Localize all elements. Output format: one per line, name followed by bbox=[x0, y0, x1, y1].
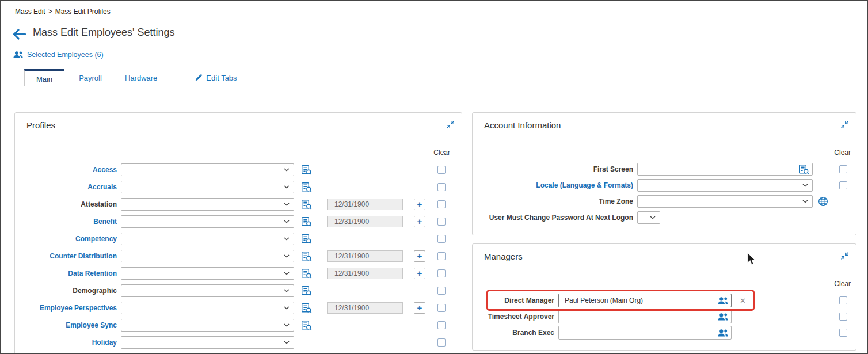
account-rows: First ScreenLocale (Language & Formats)T… bbox=[473, 161, 856, 226]
profile-label-holiday[interactable]: Holiday bbox=[15, 338, 117, 347]
people-lookup-icon[interactable] bbox=[717, 313, 729, 321]
data-retention-clear-checkbox[interactable] bbox=[437, 269, 446, 277]
people-lookup-icon[interactable] bbox=[717, 296, 729, 305]
holiday-clear-checkbox[interactable] bbox=[437, 338, 446, 347]
profile-label-data-retention[interactable]: Data Retention bbox=[15, 269, 117, 277]
edit-tabs-button[interactable]: Edit Tabs bbox=[195, 69, 237, 86]
demographic-clear-checkbox[interactable] bbox=[437, 287, 446, 295]
demographic-lookup-icon[interactable] bbox=[301, 286, 313, 296]
demographic-profile-dropdown[interactable] bbox=[121, 284, 294, 297]
profile-label-competency[interactable]: Competency bbox=[15, 235, 117, 243]
direct-manager-value: Paul Peterson (Main Org) bbox=[559, 294, 731, 307]
profile-label-employee-perspectives[interactable]: Employee Perspectives bbox=[15, 304, 117, 312]
breadcrumb-item-parent[interactable]: Mass Edit bbox=[15, 7, 45, 16]
employee-perspectives-profile-dropdown[interactable] bbox=[121, 302, 294, 314]
benefit-lookup-icon[interactable] bbox=[301, 216, 313, 227]
tabs: MainPayrollHardware bbox=[24, 69, 172, 86]
account-label-user-must-change-password-at-next-logon: User Must Change Password At Next Logon bbox=[473, 214, 633, 222]
accruals-profile-dropdown[interactable] bbox=[121, 181, 294, 193]
people-lookup-icon[interactable] bbox=[717, 329, 729, 337]
collapse-panel-icon[interactable] bbox=[841, 120, 848, 128]
locale-language-formats-clear-checkbox[interactable] bbox=[839, 181, 847, 189]
first-screen-clear-checkbox[interactable] bbox=[839, 165, 847, 173]
selected-employees-link[interactable]: Selected Employees (6) bbox=[13, 51, 104, 59]
tab-main[interactable]: Main bbox=[24, 69, 64, 86]
benefit-date-field[interactable]: 12/31/1900 bbox=[327, 216, 403, 227]
chevron-down-icon bbox=[650, 216, 656, 219]
data-retention-profile-dropdown[interactable] bbox=[121, 267, 294, 280]
collapse-panel-icon[interactable] bbox=[447, 120, 454, 128]
timesheet-approver-clear-checkbox[interactable] bbox=[839, 313, 847, 321]
accruals-lookup-icon[interactable] bbox=[301, 182, 313, 193]
chevron-down-icon bbox=[284, 341, 290, 344]
first-screen-lookup-icon[interactable] bbox=[798, 164, 809, 175]
employee-perspectives-lookup-icon[interactable] bbox=[301, 303, 313, 314]
data-retention-add-date-button[interactable]: + bbox=[414, 268, 425, 279]
account-row-user-must-change-password-at-next-logon: User Must Change Password At Next Logon bbox=[473, 210, 856, 226]
attestation-lookup-icon[interactable] bbox=[301, 199, 313, 210]
benefit-profile-dropdown[interactable] bbox=[121, 215, 294, 228]
chevron-down-icon bbox=[284, 203, 290, 206]
employee-sync-profile-dropdown[interactable] bbox=[121, 319, 294, 332]
benefit-add-date-button[interactable]: + bbox=[414, 216, 425, 227]
attestation-add-date-button[interactable]: + bbox=[414, 199, 425, 210]
counter-distribution-profile-dropdown[interactable] bbox=[121, 250, 294, 262]
data-retention-lookup-icon[interactable] bbox=[301, 268, 313, 279]
chevron-down-icon bbox=[284, 272, 290, 275]
direct-manager-input[interactable]: Paul Peterson (Main Org) bbox=[558, 294, 732, 307]
branch-exec-input[interactable] bbox=[558, 326, 732, 340]
attestation-profile-dropdown[interactable] bbox=[121, 198, 294, 211]
accruals-clear-checkbox[interactable] bbox=[437, 183, 446, 191]
manager-label-direct-manager: Direct Manager bbox=[473, 296, 554, 304]
attestation-date-field[interactable]: 12/31/1900 bbox=[327, 199, 403, 210]
locale-language-formats-dropdown[interactable] bbox=[637, 179, 813, 192]
time-zone-dropdown[interactable] bbox=[637, 195, 813, 208]
counter-distribution-clear-checkbox[interactable] bbox=[437, 252, 446, 260]
employee-sync-lookup-icon[interactable] bbox=[301, 320, 313, 331]
account-row-first-screen: First Screen bbox=[473, 161, 856, 177]
profile-label-employee-sync[interactable]: Employee Sync bbox=[15, 321, 117, 329]
account-label-time-zone: Time Zone bbox=[473, 197, 633, 205]
tab-hardware[interactable]: Hardware bbox=[116, 69, 166, 86]
back-button[interactable] bbox=[12, 28, 27, 41]
benefit-clear-checkbox[interactable] bbox=[437, 218, 446, 226]
competency-clear-checkbox[interactable] bbox=[437, 235, 446, 243]
direct-manager-clear-checkbox[interactable] bbox=[839, 296, 847, 304]
counter-distribution-lookup-icon[interactable] bbox=[301, 251, 313, 262]
chevron-down-icon bbox=[284, 289, 290, 292]
account-label-locale-language-formats[interactable]: Locale (Language & Formats) bbox=[473, 181, 633, 189]
counter-distribution-add-date-button[interactable]: + bbox=[414, 250, 425, 262]
competency-profile-dropdown[interactable] bbox=[121, 233, 294, 245]
counter-distribution-date-field[interactable]: 12/31/1900 bbox=[327, 250, 403, 262]
tab-payroll[interactable]: Payroll bbox=[70, 69, 111, 86]
chevron-down-icon bbox=[284, 168, 290, 172]
competency-lookup-icon[interactable] bbox=[301, 234, 313, 245]
access-lookup-icon[interactable] bbox=[301, 165, 313, 176]
first-screen-input[interactable] bbox=[637, 163, 813, 176]
employee-perspectives-date-field[interactable]: 12/31/1900 bbox=[327, 302, 403, 314]
chevron-down-icon bbox=[802, 184, 808, 187]
profile-label-benefit[interactable]: Benefit bbox=[15, 218, 117, 226]
profiles-panel: Profiles Clear AccessAccrualsAttestation… bbox=[14, 112, 462, 354]
employee-sync-clear-checkbox[interactable] bbox=[437, 321, 446, 329]
profile-row-benefit: Benefit12/31/1900+ bbox=[15, 213, 462, 230]
breadcrumb-item-current: Mass Edit Profiles bbox=[55, 7, 111, 16]
profile-label-accruals[interactable]: Accruals bbox=[15, 183, 117, 191]
data-retention-date-field[interactable]: 12/31/1900 bbox=[327, 268, 403, 279]
profile-label-access[interactable]: Access bbox=[15, 166, 117, 174]
account-information-panel: Account Information Clear First ScreenLo… bbox=[472, 112, 856, 235]
employee-perspectives-add-date-button[interactable]: + bbox=[414, 302, 425, 314]
timesheet-approver-input[interactable] bbox=[558, 310, 732, 323]
branch-exec-clear-checkbox[interactable] bbox=[839, 329, 847, 337]
attestation-clear-checkbox[interactable] bbox=[437, 200, 446, 208]
clear-value-button[interactable]: ✕ bbox=[740, 296, 746, 305]
collapse-panel-icon[interactable] bbox=[841, 252, 848, 259]
access-clear-checkbox[interactable] bbox=[437, 166, 446, 174]
holiday-profile-dropdown[interactable] bbox=[121, 336, 294, 349]
globe-icon[interactable] bbox=[818, 196, 828, 207]
employee-perspectives-clear-checkbox[interactable] bbox=[437, 304, 446, 312]
access-profile-dropdown[interactable] bbox=[121, 163, 294, 176]
breadcrumb: Mass Edit>Mass Edit Profiles bbox=[15, 7, 111, 16]
profile-label-counter-distribution[interactable]: Counter Distribution bbox=[15, 252, 117, 260]
user-must-change-password-at-next-logon-dropdown[interactable] bbox=[637, 211, 660, 224]
